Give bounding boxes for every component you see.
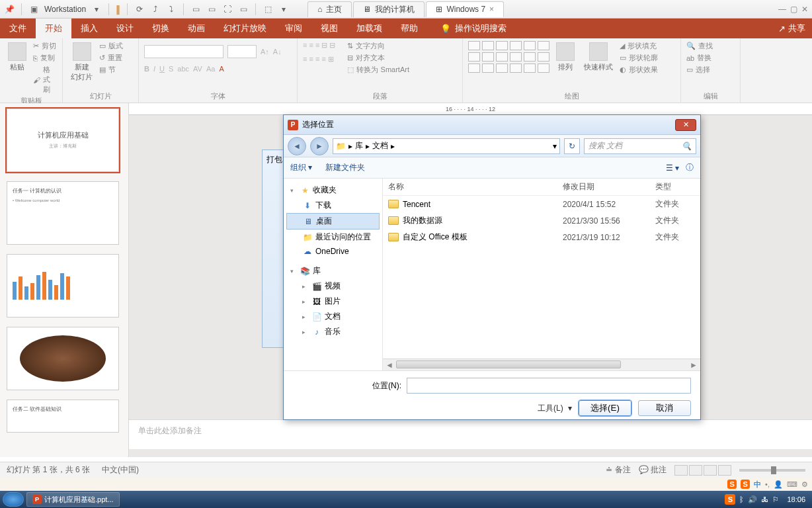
toolbar-icon[interactable]: ⟳: [134, 4, 145, 15]
ime-settings-icon[interactable]: ⚙: [801, 480, 808, 489]
view-buttons[interactable]: [674, 465, 731, 476]
dropdown-icon[interactable]: ▾: [278, 4, 289, 15]
notes-pane[interactable]: 单击此处添加备注: [129, 419, 812, 449]
volume-icon[interactable]: 🔊: [748, 495, 757, 504]
shapes-gallery[interactable]: [468, 41, 549, 73]
back-button[interactable]: ◄: [288, 137, 306, 155]
paste-button[interactable]: 粘贴: [5, 41, 29, 73]
tab-animations[interactable]: 动画: [179, 19, 214, 38]
tree-recent[interactable]: 📁最近访问的位置: [286, 230, 380, 245]
vm-tab-home[interactable]: ⌂主页: [307, 1, 352, 17]
shape-effects-button[interactable]: ◐ 形状效果: [620, 65, 658, 75]
quick-styles-button[interactable]: 快速样式: [581, 41, 616, 73]
tell-me-search[interactable]: 💡操作说明搜索: [440, 22, 507, 34]
notes-button[interactable]: ≐ 备注: [606, 464, 630, 476]
tab-transitions[interactable]: 切换: [143, 19, 179, 38]
close-icon[interactable]: ✕: [801, 5, 808, 14]
close-button[interactable]: ✕: [675, 119, 696, 131]
clock[interactable]: 18:06: [783, 495, 809, 503]
toolbar-icon[interactable]: ▭: [238, 4, 249, 15]
network-icon[interactable]: 🖧: [761, 495, 768, 503]
replace-button[interactable]: ab 替换: [686, 53, 713, 63]
thumbnail-1[interactable]: 计算机应用基础 主讲：博克斯: [7, 108, 119, 172]
refresh-button[interactable]: ↻: [564, 138, 580, 154]
ime-person-icon[interactable]: 👤: [774, 480, 783, 489]
organize-button[interactable]: 组织 ▾: [290, 162, 312, 173]
thumbnail-4[interactable]: [7, 327, 119, 390]
toolbar-icon[interactable]: ⤴: [150, 4, 161, 15]
tab-review[interactable]: 审阅: [276, 19, 311, 38]
section-button[interactable]: ▤ 节: [99, 65, 123, 75]
smartart-button[interactable]: ⬚ 转换为 SmartArt: [347, 65, 409, 75]
select-button[interactable]: 选择(E): [579, 400, 631, 416]
file-list-header[interactable]: 名称 修改日期 类型: [383, 179, 700, 196]
tab-file[interactable]: 文件: [0, 19, 36, 38]
horizontal-scrollbar[interactable]: ◄ ►: [383, 359, 700, 370]
language-indicator[interactable]: 中文(中国): [102, 464, 139, 476]
view-button[interactable]: ☰ ▾: [666, 163, 679, 173]
col-date[interactable]: 修改日期: [563, 181, 655, 192]
start-button[interactable]: [3, 492, 24, 507]
taskbar-app[interactable]: P 计算机应用基础.ppt...: [26, 492, 120, 507]
col-type[interactable]: 类型: [655, 181, 695, 192]
select-button[interactable]: ▭ 选择: [686, 65, 713, 75]
tab-insert[interactable]: 插入: [71, 19, 107, 38]
breadcrumb-lib[interactable]: 库: [355, 140, 363, 151]
tree-desktop[interactable]: 🖥桌面: [286, 213, 380, 230]
bluetooth-icon[interactable]: ᛒ: [739, 495, 744, 503]
forward-button[interactable]: ►: [310, 137, 329, 155]
thumbnail-5[interactable]: 任务二 软件基础知识: [7, 400, 119, 433]
tree-libraries[interactable]: ▾📚库: [286, 263, 380, 278]
folder-tree[interactable]: ▾★收藏夹 ⬇下载 🖥桌面 📁最近访问的位置 ☁OneDrive ▾📚库 ▸🎬视…: [284, 179, 383, 370]
breadcrumb-docs[interactable]: 文档: [372, 140, 388, 151]
tree-music[interactable]: ▸♪音乐: [286, 324, 380, 339]
pin-icon[interactable]: 📌: [4, 4, 15, 15]
sogou-icon[interactable]: S: [727, 480, 737, 489]
tree-favorites[interactable]: ▾★收藏夹: [286, 183, 380, 198]
text-direction-button[interactable]: ⇅ 文字方向: [347, 41, 409, 51]
location-input[interactable]: [407, 378, 691, 394]
copy-button[interactable]: ⎘ 复制: [33, 53, 57, 63]
vm-tab-mypc[interactable]: 🖥我的计算机: [353, 1, 425, 17]
tab-addons[interactable]: 加载项: [347, 19, 391, 38]
toolbar-icon[interactable]: ▭: [190, 4, 201, 15]
col-name[interactable]: 名称: [388, 181, 563, 192]
ime-punct[interactable]: •,: [765, 480, 770, 488]
tree-videos[interactable]: ▸🎬视频: [286, 278, 380, 294]
format-painter-button[interactable]: 🖌 格式刷: [33, 65, 57, 95]
tab-help[interactable]: 帮助: [391, 19, 427, 38]
ime-keyboard-icon[interactable]: ⌨: [787, 480, 797, 489]
file-list[interactable]: 名称 修改日期 类型 Tencent 2020/4/1 15:52 文件夹 我的…: [383, 179, 700, 370]
thumbnail-2[interactable]: 任务一 计算机的认识 • Welcome computer world: [7, 181, 119, 245]
file-row[interactable]: 我的数据源 2021/3/30 15:56 文件夹: [383, 212, 700, 229]
file-row[interactable]: Tencent 2020/4/1 15:52 文件夹: [383, 196, 700, 212]
align-text-button[interactable]: ⊟ 对齐文本: [347, 53, 409, 63]
tab-home[interactable]: 开始: [36, 19, 71, 38]
layout-button[interactable]: ▭ 版式: [99, 41, 123, 51]
cut-button[interactable]: ✂ 剪切: [33, 41, 57, 51]
ime-zh[interactable]: 中: [754, 480, 761, 489]
cancel-button[interactable]: 取消: [638, 400, 691, 416]
tree-documents[interactable]: ▸📄文档: [286, 309, 380, 324]
sogou-icon[interactable]: S: [741, 480, 750, 489]
toolbar-icon[interactable]: ⤵: [166, 4, 177, 15]
arrange-button[interactable]: 排列: [553, 41, 577, 73]
workstation-label[interactable]: Workstation: [44, 5, 86, 14]
tools-button[interactable]: 工具(L) ▾: [538, 403, 572, 414]
help-icon[interactable]: ⓘ: [686, 162, 694, 173]
address-bar[interactable]: 📁 ▸ 库 ▸ 文档 ▸ ▾: [333, 138, 560, 154]
tree-onedrive[interactable]: ☁OneDrive: [286, 245, 380, 258]
toolbar-icon[interactable]: ⬚: [263, 4, 273, 15]
find-button[interactable]: 🔍 查找: [686, 41, 713, 51]
fullscreen-icon[interactable]: ⛶: [222, 4, 233, 15]
tab-slideshow[interactable]: 幻灯片放映: [214, 19, 276, 38]
new-folder-button[interactable]: 新建文件夹: [325, 162, 365, 173]
pause-icon[interactable]: ∥: [116, 4, 120, 15]
flag-icon[interactable]: ⚐: [772, 495, 779, 504]
file-row[interactable]: 自定义 Office 模板 2021/3/19 10:12 文件夹: [383, 229, 700, 245]
tab-design[interactable]: 设计: [107, 19, 143, 38]
close-icon[interactable]: ×: [489, 5, 494, 14]
tab-view[interactable]: 视图: [311, 19, 347, 38]
reset-button[interactable]: ↺ 重置: [99, 53, 123, 63]
tree-downloads[interactable]: ⬇下载: [286, 198, 380, 213]
